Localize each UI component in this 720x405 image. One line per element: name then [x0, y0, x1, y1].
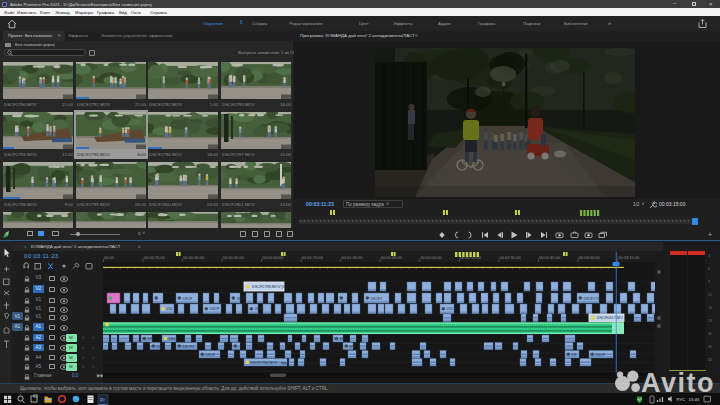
svg-text:00:00:15:00: 00:00:15:00: [144, 255, 166, 260]
svg-text:00:02:00:00: 00:02:00:00: [420, 255, 442, 260]
svg-text:DS: DS: [157, 345, 163, 349]
svg-text:Pr: Pr: [100, 397, 105, 403]
svg-text:DSCF: DSCF: [210, 307, 221, 311]
svg-text:15:45: 15:45: [689, 397, 701, 402]
svg-text:2627: 2627: [237, 297, 245, 301]
svg-text:00:03:15:00: 00:03:15:00: [618, 255, 640, 260]
svg-text:DSCF: DSCF: [169, 337, 180, 341]
svg-text:00:00:30:00: 00:00:30:00: [183, 255, 205, 260]
svg-text:DS: DS: [572, 353, 578, 357]
svg-text:00:01:15:00: 00:01:15:00: [302, 255, 324, 260]
svg-text:00:03:00:00: 00:03:00:00: [579, 255, 601, 260]
svg-text:DS: DS: [148, 337, 154, 341]
svg-text:DS: DS: [350, 345, 356, 349]
svg-text:00:00:45:00: 00:00:45:00: [223, 255, 245, 260]
svg-text:DSCF2788.MOV [V]: DSCF2788.MOV [V]: [252, 285, 286, 289]
svg-text:DSCF: DSCF: [596, 353, 607, 357]
svg-text:DSCF2: DSCF2: [371, 297, 383, 301]
svg-text:DSCF: DSCF: [206, 353, 217, 357]
svg-text:DSCF2757: DSCF2757: [584, 297, 602, 301]
svg-text:2627: 2627: [255, 307, 263, 311]
svg-text:Avito: Avito: [641, 368, 715, 396]
svg-text:250: 250: [167, 307, 173, 311]
svg-text:DSCF2: DSCF2: [183, 345, 195, 349]
svg-text:DSCF0617.MO: DSCF0617.MO: [597, 316, 623, 320]
svg-text:00:01:00:00: 00:01:00:00: [262, 255, 284, 260]
svg-text:DSCF2784.MOV - аудио: DSCF2784.MOV - аудио: [251, 361, 291, 365]
svg-text:46: 46: [340, 337, 344, 341]
svg-text:DSCF: DSCF: [183, 297, 194, 301]
svg-text:00:01:30:00: 00:01:30:00: [341, 255, 363, 260]
svg-text:00:02:45:00: 00:02:45:00: [539, 255, 561, 260]
svg-text:00:00: 00:00: [104, 255, 115, 260]
svg-text:00:02:30:00: 00:02:30:00: [500, 255, 522, 260]
svg-text:РУС: РУС: [677, 397, 686, 402]
svg-text:DSCF: DSCF: [447, 307, 458, 311]
